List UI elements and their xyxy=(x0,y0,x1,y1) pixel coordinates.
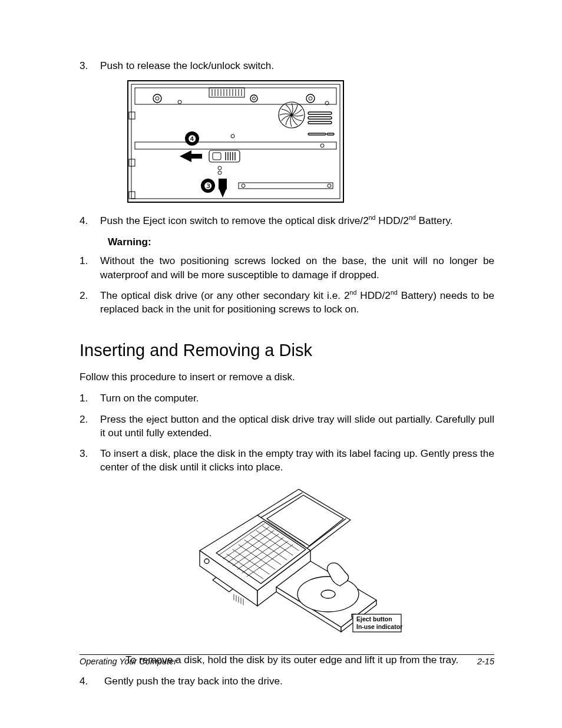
warning-1-text: Without the two positioning screws locke… xyxy=(100,254,494,281)
procedure-2-row: 2. Press the eject button and the optica… xyxy=(80,413,494,440)
footer-right: 2-15 xyxy=(477,657,494,666)
procedure-3-text: To insert a disk, place the disk in the … xyxy=(100,447,494,474)
figure-1: ❹ ❸ xyxy=(127,80,494,206)
procedure-4-text: Gently push the tray back into the drive… xyxy=(104,674,494,688)
svg-rect-0 xyxy=(128,81,343,202)
page-footer: Operating Your Computer 2-15 xyxy=(80,654,494,666)
warning-2-number: 2. xyxy=(80,289,100,316)
warning-2-row: 2. The optical disk drive (or any other … xyxy=(80,289,494,316)
procedure-2-text: Press the eject button and the optical d… xyxy=(100,413,494,440)
step-4-row: 4. Push the Eject icon switch to remove … xyxy=(80,214,494,228)
warning-1-row: 1. Without the two positioning screws lo… xyxy=(80,254,494,281)
warning-2-text: The optical disk drive (or any other sec… xyxy=(100,289,494,316)
procedure-1-row: 1. Turn on the computer. xyxy=(80,391,494,405)
svg-rect-45 xyxy=(219,179,227,189)
figure2-label2: In-use indicator xyxy=(356,623,402,630)
figure1-marker4: ❹ xyxy=(188,134,196,144)
step-4-number: 4. xyxy=(80,214,100,228)
procedure-1-text: Turn on the computer. xyxy=(100,391,494,405)
warning-1-number: 1. xyxy=(80,254,100,281)
figure-2: Eject button In-use indicator xyxy=(80,485,494,638)
svg-point-74 xyxy=(204,559,209,564)
section-heading: Inserting and Removing a Disk xyxy=(80,341,494,360)
laptop-disk-insert-diagram: Eject button In-use indicator xyxy=(169,485,405,638)
step-4-text: Push the Eject icon switch to remove the… xyxy=(100,214,494,228)
page: 3. Push to release the lock/unlock switc… xyxy=(0,0,562,728)
procedure-4-row: 4. Gently push the tray back into the dr… xyxy=(80,674,494,688)
procedure-3-row: 3. To insert a disk, place the disk in t… xyxy=(80,447,494,474)
procedure-2-number: 2. xyxy=(80,413,100,440)
lead-paragraph: Follow this procedure to insert or remov… xyxy=(80,371,494,383)
svg-point-76 xyxy=(321,590,335,598)
figure2-label1: Eject button xyxy=(356,615,392,622)
step-3-text: Push to release the lock/unlock switch. xyxy=(100,59,494,73)
figure1-marker3: ❸ xyxy=(204,181,212,191)
procedure-1-number: 1. xyxy=(80,391,100,405)
step-3-row: 3. Push to release the lock/unlock switc… xyxy=(80,59,494,73)
footer-left: Operating Your Computer xyxy=(80,657,177,666)
laptop-underside-diagram: ❹ ❸ xyxy=(127,80,345,203)
procedure-3-number: 3. xyxy=(80,447,100,474)
step-3-number: 3. xyxy=(80,59,100,73)
procedure-4-number: 4. xyxy=(80,674,104,688)
warning-label: Warning: xyxy=(108,236,494,248)
